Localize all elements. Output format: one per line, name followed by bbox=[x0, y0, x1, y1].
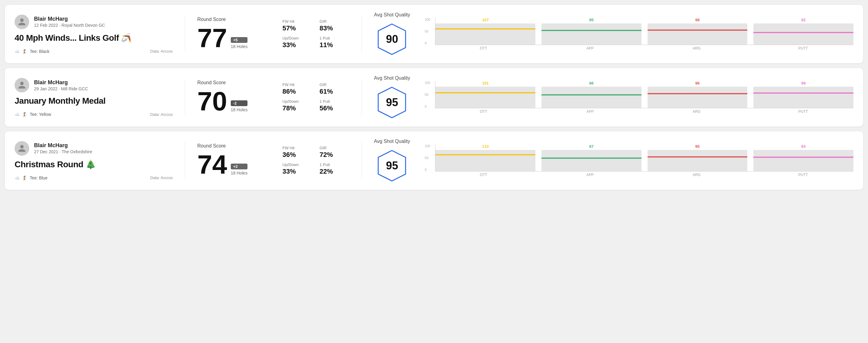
stats-grid: FW Hit36%GIR72%Up/Down33%1 Putt22% bbox=[282, 146, 349, 176]
bar-top-value: 86 bbox=[589, 81, 593, 86]
bar-colored-marker bbox=[753, 32, 854, 33]
score-row: 70-218 Holes bbox=[197, 88, 276, 115]
quality-left: Avg Shot Quality 95 bbox=[374, 139, 410, 182]
x-label: APP bbox=[540, 110, 640, 114]
bar-colored-marker bbox=[435, 154, 535, 155]
score-label: Round Score bbox=[197, 80, 276, 86]
quality-left: Avg Shot Quality 90 bbox=[374, 12, 410, 56]
weather-icon: ☁️ bbox=[14, 176, 20, 180]
score-row: 74+218 Holes bbox=[197, 151, 276, 178]
y-axis-label: 100 bbox=[425, 81, 430, 85]
stat-updown-label: Up/Down bbox=[282, 99, 312, 104]
bar-group-arg: 98 bbox=[648, 18, 748, 45]
holes-label: 18 Holes bbox=[231, 44, 247, 49]
bar-colored-marker bbox=[541, 157, 642, 159]
round-title: Christmas Round 🎄 bbox=[14, 159, 173, 169]
stat-updown: Up/Down33% bbox=[282, 162, 312, 176]
bar-chart-area: 100500110879593OTTAPPARGPUTT bbox=[420, 144, 854, 177]
bar-bg bbox=[435, 87, 535, 108]
bar-bg bbox=[648, 87, 748, 108]
round-card[interactable]: Blair McHarg29 Jan 2022 · Mill Ride GCCJ… bbox=[5, 68, 863, 126]
x-label: ARG bbox=[646, 173, 747, 177]
tee-label: Tee: Black bbox=[30, 49, 50, 54]
round-title: January Monthly Medal bbox=[14, 96, 173, 106]
score-section: Round Score77+518 Holes bbox=[197, 17, 276, 52]
chart-top-row: 100500107959882 bbox=[425, 18, 854, 45]
bar-top-value: 93 bbox=[801, 144, 805, 149]
tee-label: Tee: Blue bbox=[30, 176, 48, 180]
bar-group-ott: 107 bbox=[435, 18, 535, 45]
stat-fw-hit-label: FW Hit bbox=[282, 19, 312, 24]
bar-colored-marker bbox=[541, 30, 642, 31]
avatar bbox=[14, 14, 29, 29]
y-axis-label: 0 bbox=[425, 168, 430, 172]
stat-gir: GIR72% bbox=[319, 146, 349, 159]
bar-chart-inner: 100500110879593OTTAPPARGPUTT bbox=[425, 144, 854, 177]
stat-oneputt-value: 56% bbox=[319, 104, 349, 112]
stat-oneputt-value: 22% bbox=[319, 167, 349, 176]
y-axis-label: 100 bbox=[425, 144, 430, 148]
bar-bg bbox=[541, 87, 642, 108]
data-source: Data: Arccos bbox=[150, 176, 173, 180]
user-info: Blair McHarg29 Jan 2022 · Mill Ride GCC bbox=[34, 80, 88, 91]
bar-bg bbox=[435, 23, 535, 45]
score-label: Round Score bbox=[197, 143, 276, 149]
tee-info: ☁️🏌️Tee: Yellow bbox=[14, 112, 51, 117]
card-footer: ☁️🏌️Tee: YellowData: Arccos bbox=[14, 112, 173, 117]
stat-updown-value: 33% bbox=[282, 167, 312, 176]
quality-section: Avg Shot Quality 90 100500107959882OTTAP… bbox=[374, 12, 854, 56]
bar-chart-inner: 100500107959882OTTAPPARGPUTT bbox=[425, 18, 854, 51]
quality-title: Avg Shot Quality bbox=[374, 75, 410, 81]
stats-section: FW Hit86%GIR61%Up/Down78%1 Putt56% bbox=[282, 83, 349, 112]
bar-colored-marker bbox=[648, 93, 748, 94]
x-label: PUTT bbox=[753, 110, 854, 114]
divider-2 bbox=[362, 79, 362, 116]
bar-colored-marker bbox=[648, 30, 748, 31]
user-date: 27 Dec 2021 · The Oxfordshire bbox=[34, 149, 92, 154]
stat-fw-hit: FW Hit57% bbox=[282, 19, 312, 32]
score-details: +518 Holes bbox=[231, 37, 247, 52]
bar-top-value: 99 bbox=[801, 81, 805, 86]
stat-gir-value: 72% bbox=[319, 151, 349, 159]
bar-top-value: 95 bbox=[695, 144, 700, 149]
stats-section: FW Hit36%GIR72%Up/Down33%1 Putt22% bbox=[282, 146, 349, 176]
user-date: 12 Feb 2022 · Royal North Devon GC bbox=[34, 23, 105, 28]
score-number: 77 bbox=[197, 25, 227, 52]
bar-bg bbox=[648, 150, 748, 171]
stat-oneputt-label: 1 Putt bbox=[319, 36, 349, 40]
stats-grid: FW Hit57%GIR83%Up/Down33%1 Putt11% bbox=[282, 19, 349, 49]
bar-colored-marker bbox=[753, 92, 854, 94]
x-label: ARG bbox=[646, 46, 747, 51]
score-number: 70 bbox=[197, 88, 227, 115]
bar-bg bbox=[648, 23, 748, 45]
user-row: Blair McHarg27 Dec 2021 · The Oxfordshir… bbox=[14, 141, 173, 156]
divider-2 bbox=[362, 142, 362, 179]
bar-group-app: 87 bbox=[541, 144, 642, 171]
user-row: Blair McHarg12 Feb 2022 · Royal North De… bbox=[14, 14, 173, 29]
bar-top-value: 101 bbox=[482, 81, 489, 86]
quality-title: Avg Shot Quality bbox=[374, 139, 410, 144]
round-card[interactable]: Blair McHarg12 Feb 2022 · Royal North De… bbox=[5, 5, 863, 63]
bar-top-value: 82 bbox=[801, 18, 805, 22]
stat-gir-value: 61% bbox=[319, 88, 349, 95]
stat-oneputt-value: 11% bbox=[319, 41, 349, 49]
score-badge: -2 bbox=[231, 100, 247, 106]
bar-group-putt: 82 bbox=[753, 18, 854, 45]
chart-top-row: 100500101869699 bbox=[425, 81, 854, 108]
bar-group-putt: 99 bbox=[753, 81, 854, 108]
hexagon-container: 95 bbox=[374, 149, 410, 182]
bars-container: 107959882 bbox=[435, 18, 854, 45]
bar-group-ott: 110 bbox=[435, 144, 535, 171]
bar-group-app: 86 bbox=[541, 81, 642, 108]
bar-group-arg: 95 bbox=[648, 144, 748, 171]
bar-bg bbox=[435, 150, 535, 171]
quality-title: Avg Shot Quality bbox=[374, 12, 410, 18]
y-axis-label: 50 bbox=[425, 156, 430, 160]
bar-top-value: 87 bbox=[589, 144, 593, 149]
stat-updown: Up/Down78% bbox=[282, 99, 312, 112]
bag-icon: 🏌️ bbox=[22, 49, 27, 54]
round-card[interactable]: Blair McHarg27 Dec 2021 · The Oxfordshir… bbox=[5, 131, 863, 190]
stat-gir-label: GIR bbox=[319, 146, 349, 150]
bars-container: 101869699 bbox=[435, 81, 854, 108]
holes-label: 18 Holes bbox=[231, 170, 247, 176]
